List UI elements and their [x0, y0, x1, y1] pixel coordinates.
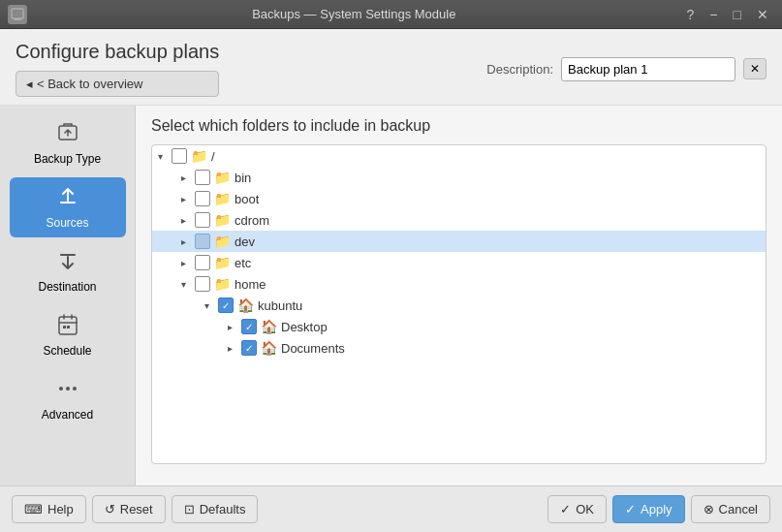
reset-label: Reset — [120, 502, 153, 516]
expand-home[interactable]: ▾ — [175, 276, 191, 292]
expand-etc[interactable]: ▸ — [175, 255, 191, 270]
checkbox-documents[interactable]: ✓ — [241, 340, 257, 356]
tree-row-home[interactable]: ▾ 📁 home — [152, 273, 766, 295]
tree-label-bin: bin — [235, 171, 251, 185]
tree-label-root: / — [211, 149, 215, 164]
folder-icon-boot: 📁 — [214, 191, 231, 206]
schedule-icon — [56, 313, 79, 340]
description-row: Description: ✕ — [486, 57, 766, 81]
tree-row-kubuntu[interactable]: ▾ ✓ 🏠 kubuntu — [152, 295, 766, 316]
sidebar-item-advanced[interactable]: Advanced — [10, 369, 126, 429]
apply-label: Apply — [641, 502, 673, 516]
tree-row-cdrom[interactable]: ▸ 📁 cdrom — [152, 209, 766, 231]
destination-icon — [56, 249, 79, 276]
minimize-button[interactable]: − — [704, 5, 723, 24]
expand-dev[interactable]: ▸ — [175, 234, 191, 249]
expand-root[interactable]: ▾ — [152, 148, 168, 164]
defaults-button[interactable]: ⊡ Defaults — [172, 495, 259, 523]
main-window: Configure backup plans ◂ < Back to overv… — [0, 29, 782, 532]
back-button-label: < Back to overview — [37, 77, 142, 91]
checkbox-kubuntu[interactable]: ✓ — [218, 297, 234, 313]
back-to-overview-button[interactable]: ◂ < Back to overview — [16, 71, 219, 97]
tree-label-etc: etc — [235, 256, 251, 270]
description-input[interactable] — [561, 57, 735, 81]
folder-icon-home: 📁 — [214, 276, 231, 292]
expand-cdrom[interactable]: ▸ — [175, 212, 191, 228]
folder-icon-dev: 📁 — [214, 234, 231, 249]
expand-bin[interactable]: ▸ — [175, 170, 191, 185]
schedule-label: Schedule — [43, 344, 91, 358]
tree-row-etc[interactable]: ▸ 📁 etc — [152, 252, 766, 273]
tree-label-dev: dev — [235, 235, 255, 249]
expand-kubuntu[interactable]: ▾ — [199, 297, 214, 313]
folder-tree[interactable]: ▾ 📁 / ▸ 📁 bin ▸ 📁 boot — [151, 144, 766, 464]
tree-row-dev[interactable]: ▸ 📁 dev — [152, 231, 766, 252]
checkbox-desktop[interactable]: ✓ — [241, 319, 257, 334]
tree-label-boot: boot — [235, 192, 259, 206]
svg-point-8 — [73, 387, 77, 391]
app-icon — [8, 5, 27, 24]
ok-button[interactable]: ✓ OK — [547, 495, 607, 523]
folder-icon-root: 📁 — [191, 148, 207, 164]
page-title: Configure backup plans — [16, 41, 219, 63]
sidebar-item-backup-type[interactable]: Backup Type — [10, 113, 126, 173]
folder-icon-cdrom: 📁 — [214, 212, 231, 228]
ok-label: OK — [576, 502, 594, 516]
window-title: Backups — System Settings Module — [27, 7, 681, 21]
advanced-icon — [56, 377, 79, 404]
tree-label-home: home — [235, 277, 266, 292]
expand-desktop[interactable]: ▸ — [222, 319, 237, 334]
folder-icon-bin: 📁 — [214, 170, 231, 185]
maximize-button[interactable]: □ — [728, 5, 747, 24]
apply-button[interactable]: ✓ Apply — [612, 495, 685, 523]
checkbox-etc[interactable] — [195, 255, 210, 270]
checkbox-home[interactable] — [195, 276, 210, 292]
description-label: Description: — [486, 62, 553, 77]
reset-button[interactable]: ↺ Reset — [92, 495, 166, 523]
checkbox-root[interactable] — [172, 148, 187, 164]
sidebar-item-schedule[interactable]: Schedule — [10, 305, 126, 365]
tree-label-documents: Documents — [281, 341, 345, 356]
cancel-icon: ⊗ — [704, 502, 714, 516]
folder-icon-documents: 🏠 — [261, 340, 277, 356]
tree-row-documents[interactable]: ▸ ✓ 🏠 Documents — [152, 337, 766, 359]
cancel-button[interactable]: ⊗ Cancel — [691, 495, 770, 523]
clear-icon: ✕ — [750, 62, 760, 76]
checkbox-bin[interactable] — [195, 170, 210, 185]
footer-left-buttons: ⌨ Help ↺ Reset ⊡ Defaults — [12, 495, 258, 523]
folder-icon-desktop: 🏠 — [261, 319, 277, 334]
cancel-label: Cancel — [719, 502, 758, 516]
header: Configure backup plans ◂ < Back to overv… — [0, 29, 782, 106]
defaults-label: Defaults — [200, 502, 246, 516]
svg-rect-4 — [63, 326, 66, 329]
tree-row-boot[interactable]: ▸ 📁 boot — [152, 188, 766, 209]
content-title: Select which folders to include in backu… — [151, 117, 766, 135]
reset-icon: ↺ — [105, 502, 115, 516]
tree-label-kubuntu: kubuntu — [258, 298, 302, 313]
help-button[interactable]: ? — [681, 5, 701, 24]
close-button[interactable]: ✕ — [751, 5, 774, 24]
content-area: Select which folders to include in backu… — [136, 106, 782, 485]
description-clear-button[interactable]: ✕ — [743, 58, 766, 79]
backup-type-icon — [56, 121, 79, 148]
expand-boot[interactable]: ▸ — [175, 191, 191, 206]
tree-row-root[interactable]: ▾ 📁 / — [152, 145, 766, 167]
tree-row-desktop[interactable]: ▸ ✓ 🏠 Desktop — [152, 316, 766, 337]
checkbox-boot[interactable] — [195, 191, 210, 206]
svg-point-6 — [59, 387, 63, 391]
window-controls: ? − □ ✕ — [681, 5, 774, 24]
tree-row-bin[interactable]: ▸ 📁 bin — [152, 167, 766, 188]
back-arrow-icon: ◂ — [26, 77, 33, 91]
help-button[interactable]: ⌨ Help — [12, 495, 86, 523]
footer: ⌨ Help ↺ Reset ⊡ Defaults ✓ OK ✓ Apply ⊗ — [0, 485, 782, 532]
advanced-label: Advanced — [42, 408, 93, 422]
svg-point-7 — [66, 387, 70, 391]
sidebar-item-sources[interactable]: Sources — [10, 177, 126, 237]
sources-label: Sources — [46, 216, 88, 230]
checkbox-dev[interactable] — [195, 234, 210, 249]
checkbox-cdrom[interactable] — [195, 212, 210, 228]
expand-documents[interactable]: ▸ — [222, 340, 237, 356]
apply-icon: ✓ — [625, 502, 636, 516]
ok-icon: ✓ — [560, 502, 571, 516]
sidebar-item-destination[interactable]: Destination — [10, 241, 126, 301]
